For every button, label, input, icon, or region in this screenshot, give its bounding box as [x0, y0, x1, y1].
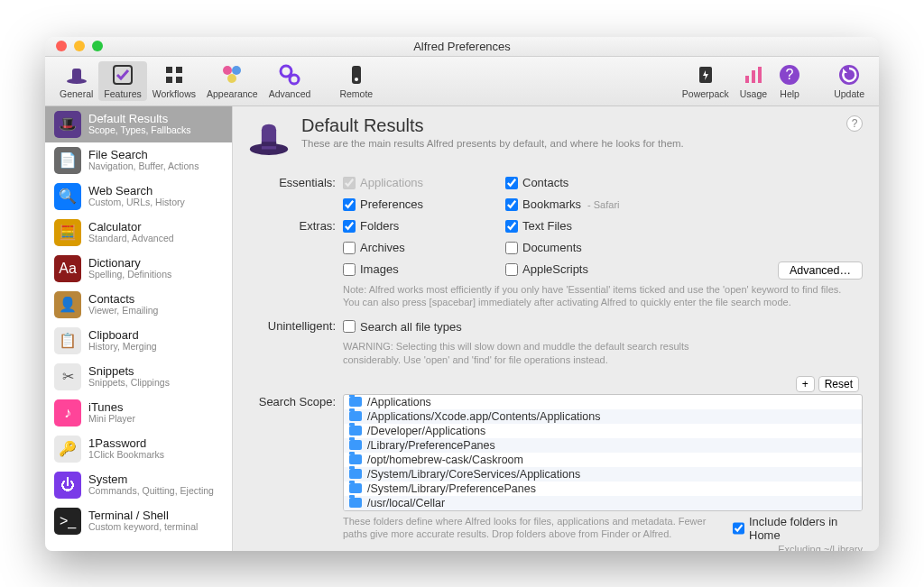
- scope-item[interactable]: /Applications: [344, 395, 862, 409]
- svg-rect-22: [262, 142, 276, 146]
- toolbar-help[interactable]: ?Help: [772, 63, 807, 99]
- toolbar-workflows[interactable]: Workflows: [147, 63, 201, 99]
- svg-text:?: ?: [786, 67, 794, 82]
- checkbox-contacts[interactable]: Contacts: [505, 175, 650, 191]
- sidebar-item-web-search[interactable]: 🔍Web SearchCustom, URLs, History: [45, 179, 232, 215]
- window-title: Alfred Preferences: [45, 40, 879, 53]
- toolbar-features[interactable]: Features: [98, 61, 146, 101]
- folder-icon: [349, 440, 362, 450]
- toolbar-usage[interactable]: Usage: [735, 63, 772, 99]
- svg-point-10: [281, 66, 291, 77]
- folder-icon: [349, 411, 362, 421]
- sidebar-item-system[interactable]: ⏻SystemCommands, Quitting, Ejecting: [45, 467, 232, 503]
- essentials-note: Note: Alfred works most efficiently if y…: [343, 283, 848, 310]
- help-icon[interactable]: ?: [846, 115, 863, 132]
- scope-item[interactable]: /System/Library/CoreServices/Application…: [344, 467, 862, 482]
- folder-icon: [349, 483, 362, 493]
- reset-scope-button[interactable]: Reset: [818, 376, 859, 392]
- sidebar: 🎩Default ResultsScope, Types, Fallbacks📄…: [45, 106, 233, 551]
- folder-icon: [349, 397, 362, 407]
- scope-list[interactable]: /Applications/Applications/Xcode.app/Con…: [343, 394, 863, 511]
- sidebar-item--password[interactable]: 🔑1Password1Click Bookmarks: [45, 431, 232, 467]
- checkbox-images[interactable]: Images: [343, 261, 487, 278]
- checkbox-bookmarks[interactable]: Bookmarks- Safari: [505, 197, 650, 213]
- page-title: Default Results: [301, 115, 684, 136]
- svg-rect-16: [752, 70, 755, 83]
- checkbox-applescripts[interactable]: AppleScripts: [505, 261, 650, 278]
- checkbox-archives[interactable]: Archives: [343, 240, 487, 256]
- extras-label: Extras:: [245, 218, 343, 236]
- svg-point-7: [223, 66, 232, 75]
- folder-icon: [349, 454, 362, 464]
- sidebar-item-dictionary[interactable]: AaDictionarySpelling, Definitions: [45, 251, 232, 287]
- scope-item[interactable]: /Developer/Applications: [344, 424, 862, 438]
- preferences-window: Alfred Preferences GeneralFeaturesWorkfl…: [45, 37, 879, 551]
- svg-rect-4: [176, 67, 182, 73]
- folder-icon: [349, 426, 362, 436]
- scope-item[interactable]: /System/Library/PreferencePanes: [344, 482, 862, 496]
- scope-item[interactable]: /Library/PreferencePanes: [344, 438, 862, 453]
- sidebar-item-clipboard[interactable]: 📋ClipboardHistory, Merging: [45, 323, 232, 359]
- svg-point-9: [227, 74, 236, 83]
- checkbox-documents[interactable]: Documents: [505, 240, 650, 256]
- folder-icon: [349, 498, 362, 508]
- scope-item[interactable]: /opt/homebrew-cask/Caskroom: [344, 453, 862, 467]
- search-all-checkbox[interactable]: Search all file types: [343, 318, 462, 335]
- scope-label: Search Scope:: [245, 394, 343, 551]
- page-subtitle: These are the main results Alfred presen…: [301, 138, 684, 149]
- scope-note: These folders define where Alfred looks …: [343, 515, 722, 541]
- toolbar-remote[interactable]: Remote: [334, 63, 378, 99]
- checkbox-folders[interactable]: Folders: [343, 218, 487, 234]
- toolbar-advanced[interactable]: Advanced: [263, 63, 317, 99]
- scope-item[interactable]: /Applications/Xcode.app/Contents/Applica…: [344, 409, 862, 424]
- include-home-sub: Excluding ~/Library: [778, 544, 863, 551]
- advanced-button[interactable]: Advanced…: [778, 261, 863, 280]
- sidebar-item-file-search[interactable]: 📄File SearchNavigation, Buffer, Actions: [45, 142, 232, 179]
- sidebar-item-terminal-shell[interactable]: >_Terminal / ShellCustom keyword, termin…: [45, 503, 232, 539]
- include-home-checkbox[interactable]: Include folders in Home: [733, 515, 863, 542]
- toolbar-update[interactable]: Update: [828, 63, 870, 99]
- sidebar-item-contacts[interactable]: 👤ContactsViewer, Emailing: [45, 287, 232, 323]
- svg-rect-6: [176, 77, 182, 83]
- toolbar-powerpack[interactable]: Powerpack: [677, 63, 735, 99]
- sidebar-item-snippets[interactable]: ✂SnippetsSnippets, Clippings: [45, 359, 232, 395]
- svg-point-13: [355, 78, 358, 81]
- toolbar-appearance[interactable]: Appearance: [201, 63, 263, 99]
- titlebar: Alfred Preferences: [45, 37, 879, 57]
- sidebar-item-calculator[interactable]: 🧮CalculatorStandard, Advanced: [45, 215, 232, 251]
- svg-rect-5: [166, 77, 172, 83]
- scope-item[interactable]: /usr/local/Cellar: [344, 496, 862, 510]
- svg-rect-3: [166, 67, 172, 73]
- unintelligent-note: WARNING: Selecting this will slow down a…: [343, 340, 722, 367]
- sidebar-item-default-results[interactable]: 🎩Default ResultsScope, Types, Fallbacks: [45, 106, 232, 142]
- app-icon: [245, 115, 292, 162]
- svg-rect-15: [745, 76, 749, 83]
- essentials-label: Essentials:: [245, 175, 343, 193]
- checkbox-applications: Applications: [343, 175, 487, 191]
- folder-icon: [349, 469, 362, 479]
- svg-rect-17: [758, 67, 762, 83]
- svg-rect-1: [72, 69, 81, 81]
- checkbox-preferences[interactable]: Preferences: [343, 197, 487, 213]
- svg-point-8: [232, 66, 241, 75]
- content-panel: ? Default Results These are the main res…: [233, 106, 879, 551]
- checkbox-text-files[interactable]: Text Files: [505, 218, 650, 234]
- unintelligent-label: Unintelligent:: [245, 318, 343, 336]
- svg-point-11: [290, 75, 299, 84]
- toolbar: GeneralFeaturesWorkflowsAppearanceAdvanc…: [45, 57, 879, 106]
- toolbar-general[interactable]: General: [54, 63, 98, 99]
- sidebar-item-itunes[interactable]: ♪iTunesMini Player: [45, 395, 232, 431]
- add-scope-button[interactable]: +: [796, 376, 815, 392]
